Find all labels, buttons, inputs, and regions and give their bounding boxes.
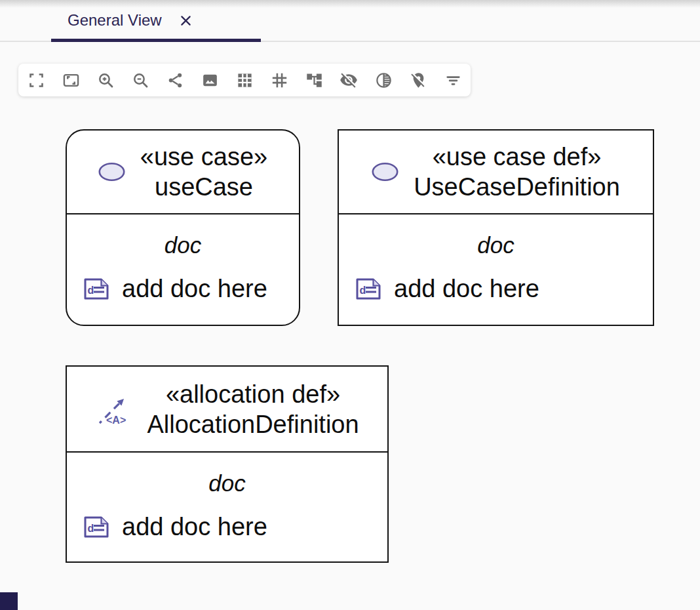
export-image-button[interactable]: [201, 71, 219, 89]
tab-general-view[interactable]: General View: [51, 0, 261, 41]
doc-icon: d: [356, 278, 381, 300]
node-stereotype: «use case def»: [414, 142, 620, 172]
add-doc-placeholder: add doc here: [122, 275, 267, 303]
doc-icon-glyph: d: [88, 285, 94, 296]
node-usecase-definition-doc-compartment: doc d add doc here: [339, 233, 653, 303]
filter-icon: [444, 71, 462, 89]
fade-elements-button[interactable]: [374, 71, 393, 89]
snap-grid-icon: [271, 71, 288, 89]
doc-icon: d: [84, 278, 109, 300]
tab-label: General View: [68, 11, 162, 30]
doc-icon-glyph: d: [360, 285, 366, 296]
node-usecase-title: «use case» useCase: [140, 142, 267, 202]
add-doc-action[interactable]: d add doc here: [84, 275, 299, 303]
arrange-all-button[interactable]: [305, 71, 323, 89]
node-usecase-definition[interactable]: «use case def» UseCaseDefinition doc d a…: [338, 129, 654, 326]
node-usecase[interactable]: «use case» useCase doc d add doc here: [66, 129, 300, 326]
grid-icon: [236, 71, 254, 89]
node-usecase-doc-compartment: doc d add doc here: [67, 233, 299, 303]
node-allocation-definition-header: <A> «allocation def» AllocationDefinitio…: [67, 367, 387, 453]
doc-compartment-label: doc: [67, 233, 299, 258]
allocation-arrow-icon: <A>: [95, 391, 132, 428]
hide-elements-button[interactable]: [340, 71, 358, 89]
eye-off-icon: [340, 71, 358, 89]
zoom-in-icon: [97, 71, 115, 89]
tree-layout-icon: [305, 71, 323, 89]
pin-off-icon: [410, 71, 427, 89]
add-doc-action[interactable]: d add doc here: [84, 513, 387, 541]
node-stereotype: «use case»: [140, 142, 267, 172]
node-allocation-definition-doc-compartment: doc d add doc here: [67, 471, 387, 541]
node-usecase-definition-header: «use case def» UseCaseDefinition: [339, 131, 653, 214]
tab-bar: General View: [0, 0, 700, 42]
node-usecase-header: «use case» useCase: [67, 131, 299, 214]
image-icon: [201, 71, 219, 89]
contrast-icon: [375, 71, 393, 89]
bottom-panel-corner: [0, 592, 18, 610]
snap-to-grid-button[interactable]: [270, 71, 288, 89]
tab-active-indicator: [51, 39, 261, 42]
zoom-out-button[interactable]: [131, 71, 149, 89]
unpin-elements-button[interactable]: [409, 71, 427, 89]
diagram-toolbar: [18, 64, 471, 96]
doc-icon-glyph: d: [88, 523, 94, 534]
share-button[interactable]: [166, 71, 184, 89]
close-icon: [179, 14, 193, 28]
tab-close-button[interactable]: [179, 14, 193, 28]
zoom-to-fit-button[interactable]: [62, 71, 80, 89]
fit-to-screen-button[interactable]: [27, 71, 45, 89]
node-usecase-definition-title: «use case def» UseCaseDefinition: [414, 142, 620, 202]
toggle-grid-button[interactable]: [235, 71, 254, 89]
node-name: useCase: [140, 172, 267, 202]
doc-icon: d: [84, 516, 109, 538]
node-allocation-definition[interactable]: <A> «allocation def» AllocationDefinitio…: [66, 365, 389, 563]
use-case-ellipse-icon: [372, 162, 399, 182]
add-doc-placeholder: add doc here: [122, 513, 267, 541]
node-stereotype: «allocation def»: [147, 379, 359, 409]
share-icon: [166, 71, 184, 89]
zoom-in-button[interactable]: [96, 71, 115, 89]
zoom-to-fit-icon: [62, 71, 80, 89]
filter-elements-button[interactable]: [444, 71, 462, 89]
node-name: UseCaseDefinition: [414, 172, 620, 202]
use-case-ellipse-icon: [98, 162, 125, 182]
add-doc-action[interactable]: d add doc here: [356, 275, 653, 303]
fit-to-screen-icon: [28, 71, 45, 89]
doc-compartment-label: doc: [67, 471, 387, 496]
allocation-icon-glyph: <A>: [106, 415, 126, 426]
node-allocation-definition-title: «allocation def» AllocationDefinition: [147, 379, 359, 439]
add-doc-placeholder: add doc here: [394, 275, 539, 303]
node-name: AllocationDefinition: [147, 409, 359, 439]
zoom-out-icon: [132, 71, 149, 89]
doc-compartment-label: doc: [339, 233, 653, 258]
